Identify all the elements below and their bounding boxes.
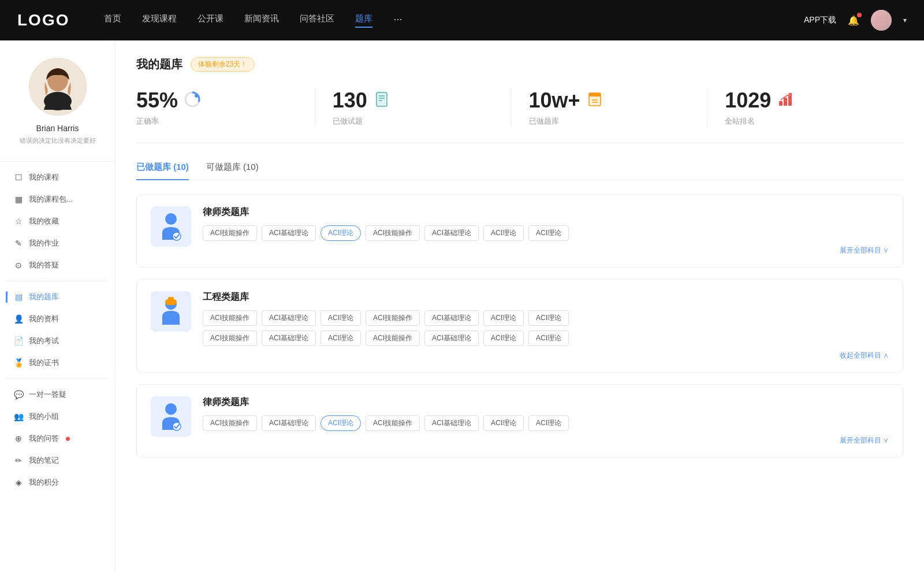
sidebar-item-course[interactable]: ☐ 我的课程: [6, 166, 109, 188]
tag-2b-0[interactable]: ACI技能操作: [203, 330, 257, 346]
sidebar-item-points[interactable]: ◈ 我的积分: [6, 471, 109, 493]
page-header: 我的题库 体验剩余23天！: [136, 57, 903, 72]
sidebar-label-questions: 我的答疑: [29, 260, 59, 270]
profile-motto: 错误的决定比没有决定要好: [20, 136, 96, 145]
myqa-icon: ⊕: [14, 434, 23, 443]
tag-3-2[interactable]: ACI理论: [321, 415, 361, 431]
sidebar-item-homework[interactable]: ✎ 我的作业: [6, 232, 109, 254]
stat-done-top: 130: [333, 88, 390, 113]
sidebar-label-certificate: 我的证书: [29, 358, 59, 368]
sidebar-item-qbank[interactable]: ▤ 我的题库: [6, 286, 109, 308]
main-layout: Brian Harris 错误的决定比没有决定要好 ☐ 我的课程 ▦ 我的课程包…: [0, 40, 924, 572]
sidebar-item-group[interactable]: 👥 我的小组: [6, 406, 109, 428]
sidebar-item-coursepack[interactable]: ▦ 我的课程包...: [6, 188, 109, 210]
tag-2-1[interactable]: ACI基础理论: [262, 310, 316, 326]
nav-discover[interactable]: 发现课程: [142, 13, 177, 28]
ranking-icon: [777, 91, 794, 110]
sidebar-item-favorites[interactable]: ☆ 我的收藏: [6, 210, 109, 232]
sidebar-item-exam[interactable]: 📄 我的考试: [6, 330, 109, 352]
tag-2b-2[interactable]: ACI理论: [321, 330, 361, 346]
coursepack-icon: ▦: [14, 195, 23, 204]
app-download-button[interactable]: APP下载: [804, 15, 836, 25]
sidebar-item-profile[interactable]: 👤 我的资料: [6, 308, 109, 330]
1on1-icon: 💬: [14, 390, 23, 399]
profile-avatar[interactable]: [29, 58, 87, 116]
done-number: 130: [333, 88, 367, 113]
tab-done[interactable]: 已做题库 (10): [136, 162, 189, 180]
tag-3-1[interactable]: ACI基础理论: [262, 415, 316, 431]
tag-3-3[interactable]: ACI技能操作: [366, 415, 420, 431]
expand-link-2[interactable]: 收起全部科目 ∧: [203, 351, 889, 361]
tag-1-0[interactable]: ACI技能操作: [203, 225, 257, 241]
tag-1-3[interactable]: ACI技能操作: [366, 225, 420, 241]
nav-questions[interactable]: 题库: [355, 13, 372, 28]
tabs-row: 已做题库 (10) 可做题库 (10): [136, 162, 903, 180]
tag-3-6[interactable]: ACI理论: [528, 415, 569, 431]
sidebar-item-notes[interactable]: ✏ 我的笔记: [6, 450, 109, 471]
tag-3-4[interactable]: ACI基础理论: [424, 415, 479, 431]
avatar-image: [871, 10, 892, 31]
trial-badge: 体验剩余23天！: [191, 57, 255, 72]
stats-row: 55% 正确率 130: [136, 88, 903, 143]
qbank-icon-engineer: [151, 291, 191, 332]
tag-1-6[interactable]: ACI理论: [528, 225, 569, 241]
svg-point-23: [165, 403, 177, 415]
nav-more[interactable]: ···: [393, 13, 402, 28]
stat-ranking: 1029 全站排名: [707, 88, 903, 127]
qbank-card-lawyer-2: 律师类题库 ACI技能操作 ACI基础理论 ACI理论 ACI技能操作 ACI基…: [136, 384, 903, 458]
tag-2b-6[interactable]: ACI理论: [528, 330, 569, 346]
nav-home[interactable]: 首页: [104, 13, 121, 28]
sidebar: Brian Harris 错误的决定比没有决定要好 ☐ 我的课程 ▦ 我的课程包…: [0, 40, 116, 572]
tag-1-2[interactable]: ACI理论: [321, 225, 361, 241]
tag-2-4[interactable]: ACI基础理论: [424, 310, 479, 326]
tag-3-0[interactable]: ACI技能操作: [203, 415, 257, 431]
notes-icon: ✏: [14, 456, 23, 465]
sidebar-divider-2: [6, 281, 109, 281]
tag-2-3[interactable]: ACI技能操作: [366, 310, 420, 326]
tab-available[interactable]: 可做题库 (10): [206, 162, 259, 180]
qbank-card-lawyer-1: 律师类题库 ACI技能操作 ACI基础理论 ACI理论 ACI技能操作 ACI基…: [136, 194, 903, 268]
tag-2b-1[interactable]: ACI基础理论: [262, 330, 316, 346]
nav-news[interactable]: 新闻资讯: [244, 13, 279, 28]
tag-2-0[interactable]: ACI技能操作: [203, 310, 257, 326]
course-icon: ☐: [14, 173, 23, 182]
user-dropdown-arrow[interactable]: ▾: [903, 16, 907, 24]
sidebar-item-1on1[interactable]: 💬 一对一答疑: [6, 384, 109, 406]
profile-icon: 👤: [14, 314, 23, 324]
sidebar-item-questions[interactable]: ⊙ 我的答疑: [6, 254, 109, 276]
sidebar-item-certificate[interactable]: 🏅 我的证书: [6, 352, 109, 374]
user-avatar[interactable]: [871, 10, 892, 31]
myqa-red-dot: [66, 437, 70, 441]
expand-link-3[interactable]: 展开全部科目 ∨: [203, 436, 889, 445]
qbank-title-1: 律师类题库: [203, 206, 889, 218]
nav-opencourse[interactable]: 公开课: [198, 13, 223, 28]
tag-1-1[interactable]: ACI基础理论: [262, 225, 316, 241]
tag-2b-5[interactable]: ACI理论: [483, 330, 524, 346]
nav-menu: 首页 发现课程 公开课 新闻资讯 问答社区 题库 ···: [104, 13, 804, 28]
tag-2-6[interactable]: ACI理论: [528, 310, 569, 326]
tag-3-5[interactable]: ACI理论: [483, 415, 524, 431]
tag-2-5[interactable]: ACI理论: [483, 310, 524, 326]
qbank-card-engineer: 工程类题库 ACI技能操作 ACI基础理论 ACI理论 ACI技能操作 ACI基…: [136, 279, 903, 373]
tag-1-5[interactable]: ACI理论: [483, 225, 524, 241]
sidebar-label-notes: 我的笔记: [29, 455, 59, 466]
qbank-body-2: 工程类题库 ACI技能操作 ACI基础理论 ACI理论 ACI技能操作 ACI基…: [203, 291, 889, 361]
tag-1-4[interactable]: ACI基础理论: [424, 225, 479, 241]
notification-bell[interactable]: 🔔: [848, 15, 859, 26]
sidebar-item-myqa[interactable]: ⊕ 我的问答: [6, 428, 109, 450]
tag-2b-4[interactable]: ACI基础理论: [424, 330, 479, 346]
sidebar-divider-1: [0, 161, 115, 162]
qbank-header-3: 律师类题库 ACI技能操作 ACI基础理论 ACI理论 ACI技能操作 ACI基…: [151, 396, 889, 445]
logo: LOGO: [17, 11, 69, 29]
qbank-header-1: 律师类题库 ACI技能操作 ACI基础理论 ACI理论 ACI技能操作 ACI基…: [151, 206, 889, 255]
nav-qa[interactable]: 问答社区: [300, 13, 334, 28]
expand-link-1[interactable]: 展开全部科目 ∨: [203, 246, 889, 255]
qbank-icon-lawyer-2: [151, 396, 191, 437]
certificate-icon: 🏅: [14, 358, 23, 367]
tag-2b-3[interactable]: ACI技能操作: [366, 330, 420, 346]
qbank-body-3: 律师类题库 ACI技能操作 ACI基础理论 ACI理论 ACI技能操作 ACI基…: [203, 396, 889, 445]
accuracy-number: 55%: [136, 88, 178, 113]
tag-2-2[interactable]: ACI理论: [321, 310, 361, 326]
navbar-right: APP下载 🔔 ▾: [804, 10, 907, 31]
sidebar-label-points: 我的积分: [29, 477, 59, 488]
